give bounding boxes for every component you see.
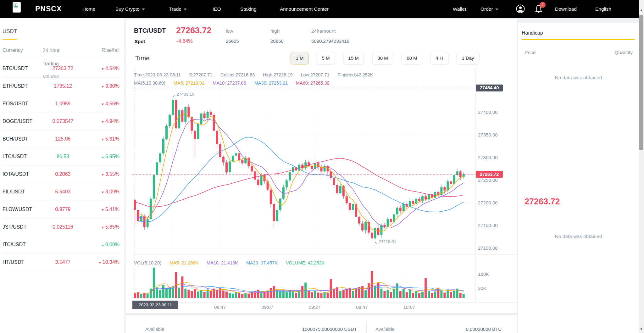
down-triangle-icon: ▼ [101, 103, 104, 106]
svg-text:27454.40: 27454.40 [480, 85, 499, 90]
svg-text:08:47: 08:47 [214, 304, 226, 310]
svg-text:27100.00: 27100.00 [478, 245, 498, 251]
pair-label: FLOW/USDT [3, 201, 32, 218]
down-triangle-icon: ▼ [101, 120, 104, 124]
pair-change: ▼4.94% [101, 113, 119, 130]
pair-label: IOTA/USDT [3, 165, 29, 183]
price-chart[interactable]: 27400.0027350.0027300.0027250.0027200.00… [126, 66, 517, 313]
pair-price: 0.025116 [38, 218, 88, 236]
svg-text:27250.00: 27250.00 [478, 177, 498, 183]
timeframe-label: Time [135, 52, 150, 64]
last-price: 27263.72 [176, 26, 212, 36]
orderbook-panel: Handicap Price Quantity No data was obta… [518, 23, 639, 333]
pair-change: ▼10.34% [98, 253, 119, 271]
available-label-btc: Available [375, 320, 395, 333]
pair-change: ▼3.09% [101, 183, 119, 201]
down-triangle-icon: ▼ [101, 191, 104, 194]
column-header-risefall: Rise/fall [102, 47, 119, 53]
pair-label: BTC/USDT [3, 60, 28, 77]
timeframe-30m-button[interactable]: 30 M [372, 52, 393, 64]
nav-staking[interactable]: Staking [240, 0, 257, 18]
trade-panel: Available 1000075.00000000 USDT Availabl… [126, 315, 517, 333]
available-value-btc: 0.00000000 BTC [409, 320, 502, 333]
nav-announcement-center[interactable]: Announcement Center [280, 0, 329, 18]
pair-label: BCH/USDT [3, 130, 28, 148]
pair-change: ▼4.64% [101, 60, 119, 77]
orderbook-price-header: Price [525, 50, 536, 55]
timeframe-5m-button[interactable]: 5 M [317, 52, 335, 64]
orderbook-empty-bids: No data was obtained [518, 234, 639, 239]
svg-text:↖: ↖ [375, 241, 378, 246]
low-value: 26605 [226, 38, 239, 44]
chart-panel: BTC/USDT Spot 27263.72 -4.64% low 26605 … [126, 19, 517, 313]
column-header-volume: 24 hour trading volume [31, 44, 71, 83]
market-row-eos-usdt[interactable]: EOS/USDT1.0959▼4.56% [3, 95, 121, 113]
pair-label: HT/USDT [3, 253, 24, 271]
pair-label: ETH/USDT [3, 77, 28, 95]
market-row-ht-usdt[interactable]: HT/USDT3.5477▼10.34% [3, 253, 121, 271]
pair-label: LTC/USDT [3, 148, 27, 165]
nav-home[interactable]: Home [82, 0, 95, 18]
down-triangle-icon: ▼ [101, 138, 104, 141]
pair-price: 0.9779 [38, 201, 88, 218]
pair-price [38, 236, 88, 253]
nav-download[interactable]: Download [555, 0, 577, 18]
pair-label: ITC/USDT [3, 236, 26, 253]
market-row-fil-usdt[interactable]: FIL/USDT5.6403▼3.09% [3, 183, 121, 201]
timeframe-1day-button[interactable]: 1 Day [456, 52, 480, 64]
down-triangle-icon: ▼ [101, 226, 104, 229]
nav-ieo[interactable]: IEO [213, 0, 221, 18]
market-row-bch-usdt[interactable]: BCH/USDT125.06▼5.31% [3, 130, 121, 148]
timeframe-4h-button[interactable]: 4 H [430, 52, 448, 64]
svg-text:27400.00: 27400.00 [478, 109, 498, 115]
timeframe-1m-button[interactable]: 1 M [291, 52, 309, 64]
scrollbar-down-arrow[interactable]: ▼ [639, 326, 644, 332]
market-list-sidebar: USDT Currency 24 hour trading volume Ris… [0, 18, 125, 333]
pair-change: ▼3.90% [101, 77, 119, 95]
pair-change: ▼5.31% [101, 130, 119, 148]
market-row-ltc-usdt[interactable]: LTC/USDT86.53▲6.95% [3, 148, 121, 166]
low-label: low [226, 28, 233, 34]
pair-price: 0.2063 [38, 165, 88, 183]
svg-text:27150.00: 27150.00 [478, 223, 498, 228]
nav-language[interactable]: English [595, 0, 611, 18]
nav-trade[interactable]: Trade [169, 0, 187, 18]
pair-change: ▼3.55% [101, 165, 119, 183]
pair-price: 86.53 [38, 148, 88, 165]
timeframe-15m-button[interactable]: 15 M [343, 52, 364, 64]
nav-wallet[interactable]: Wallet [453, 0, 466, 18]
svg-text:27263.72: 27263.72 [480, 172, 499, 177]
pair-price: 0.073547 [38, 113, 88, 130]
svg-text:27350.00: 27350.00 [478, 132, 498, 137]
scrollbar-up-arrow[interactable]: ▲ [639, 7, 644, 13]
brand-name[interactable]: PNSCX [35, 0, 62, 18]
nav-order[interactable]: Order [480, 0, 498, 18]
pair-label: DOGE/USDT [3, 113, 32, 130]
amount-value: 5090.2794033416 [311, 38, 349, 44]
svg-text:30K: 30K [478, 286, 486, 291]
tab-usdt[interactable]: USDT [3, 28, 17, 35]
down-triangle-icon: ▼ [101, 85, 104, 88]
account-icon[interactable] [516, 4, 525, 14]
market-row-doge-usdt[interactable]: DOGE/USDT0.073547▼4.94% [3, 113, 121, 130]
column-header-currency: Currency [3, 47, 23, 53]
market-row-iota-usdt[interactable]: IOTA/USDT0.2063▼3.55% [3, 165, 121, 183]
chevron-down-icon [184, 8, 187, 10]
orderbook-underline [522, 39, 635, 40]
timeframe-60m-button[interactable]: 60 M [402, 52, 422, 64]
market-row-itc-usdt[interactable]: ITC/USDT▲0.00% [3, 236, 121, 254]
svg-text:27433.10: 27433.10 [177, 92, 194, 97]
scrollbar-thumb[interactable] [639, 15, 643, 150]
pair-change: ▲6.95% [101, 148, 119, 165]
market-row-jst-usdt[interactable]: JST/USDT0.025116▼5.85% [3, 218, 121, 236]
available-label-usdt: Available [145, 320, 164, 333]
nav-buy-crypto[interactable]: Buy Crypto [115, 0, 145, 18]
up-triangle-icon: ▲ [101, 243, 104, 247]
pair-price: 3.5477 [38, 253, 88, 271]
svg-text:↙: ↙ [172, 93, 176, 98]
svg-text:2023-03-23 08:11: 2023-03-23 08:11 [139, 302, 172, 307]
market-type: Spot [135, 39, 145, 44]
chevron-down-icon [495, 8, 498, 10]
svg-text:120K: 120K [478, 271, 489, 277]
market-row-flow-usdt[interactable]: FLOW/USDT0.9779▼5.41% [3, 201, 121, 219]
